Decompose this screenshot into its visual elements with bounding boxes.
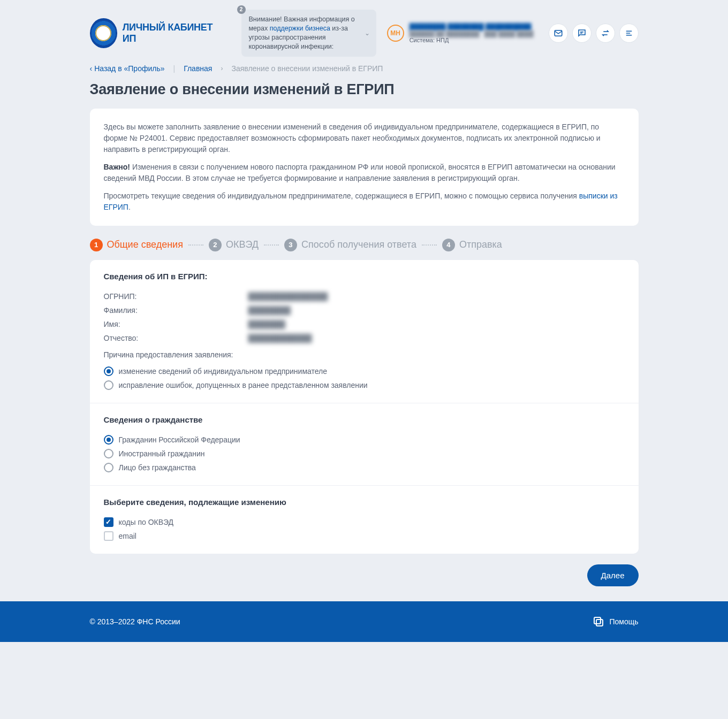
- chevron-left-icon: ‹: [90, 64, 93, 73]
- footer-copyright: © 2013–2022 ФНС России: [90, 617, 180, 626]
- user-block: МН ████████ ████████ ██████████ ██████ █…: [387, 23, 534, 43]
- notification-count-badge: 2: [237, 5, 246, 14]
- radio-citizen-rf[interactable]: Гражданин Российской Федерации: [104, 433, 625, 447]
- section-title: Сведения о гражданстве: [104, 415, 625, 424]
- chevron-down-icon[interactable]: ⌄: [365, 29, 370, 37]
- field-label-name: Имя:: [104, 320, 248, 328]
- radio-reason-change[interactable]: изменение сведений об индивидуальном пре…: [104, 364, 625, 378]
- step-divider: [188, 244, 203, 246]
- chat-icon[interactable]: [572, 24, 592, 43]
- radio-icon: [104, 435, 113, 445]
- section-title: Сведения об ИП в ЕГРИП:: [104, 272, 625, 281]
- mail-icon[interactable]: [549, 24, 568, 43]
- breadcrumb-separator: |: [173, 64, 176, 73]
- page-title: Заявление о внесении изменений в ЕГРИП: [90, 81, 639, 98]
- help-icon: ?: [592, 615, 605, 628]
- stepper: 1Общие сведения 2ОКВЭД 3Способ получения…: [90, 239, 639, 251]
- field-label-ogrnip: ОГРНИП:: [104, 292, 248, 301]
- field-value-ogrnip: ███████████████: [248, 292, 328, 301]
- checkbox-icon: [104, 531, 113, 541]
- step-divider: [264, 244, 279, 246]
- radio-citizen-none[interactable]: Лицо без гражданства: [104, 461, 625, 475]
- user-system-label: Система:: [410, 37, 436, 43]
- breadcrumb: ‹ Назад в «Профиль» | Главная › Заявлени…: [90, 63, 639, 81]
- info-p3: Просмотреть текущие сведения об индивиду…: [104, 190, 625, 213]
- info-p1: Здесь вы можете заполнить заявление о вн…: [104, 121, 625, 155]
- section-changes: Выберите сведения, подлежащие изменению …: [90, 486, 639, 554]
- actions: Далее: [90, 564, 639, 597]
- svg-text:?: ?: [599, 621, 602, 625]
- header: ЛИЧНЫЙ КАБИНЕТ ИП 2 Внимание! Важная инф…: [90, 0, 639, 63]
- user-name: ████████ ████████ ██████████: [410, 23, 534, 30]
- radio-icon: [104, 449, 113, 458]
- app-title: ЛИЧНЫЙ КАБИНЕТ ИП: [123, 22, 220, 44]
- user-system-value: НПД: [436, 37, 449, 43]
- notification-banner[interactable]: 2 Внимание! Важная информация о мерах по…: [241, 10, 376, 57]
- checkbox-icon: [104, 517, 113, 527]
- field-value-name: ███████: [248, 320, 285, 328]
- checkbox-okved[interactable]: коды по ОКВЭД: [104, 515, 625, 529]
- header-icons: [549, 24, 639, 43]
- step-response[interactable]: 3Способ получения ответа: [284, 239, 416, 251]
- next-button[interactable]: Далее: [587, 564, 639, 586]
- step-okved[interactable]: 2ОКВЭД: [209, 239, 259, 251]
- step-divider: [422, 244, 437, 246]
- step-send[interactable]: 4Отправка: [442, 239, 502, 251]
- breadcrumb-home[interactable]: Главная: [184, 64, 212, 73]
- field-value-patronymic: ████████████: [248, 334, 312, 342]
- section-citizenship: Сведения о гражданстве Гражданин Российс…: [90, 403, 639, 486]
- help-link[interactable]: ? Помощь: [592, 615, 638, 628]
- logo-block[interactable]: ЛИЧНЫЙ КАБИНЕТ ИП: [90, 18, 220, 48]
- radio-citizen-foreign[interactable]: Иностранный гражданин: [104, 447, 625, 461]
- section-title: Выберите сведения, подлежащие изменению: [104, 498, 625, 507]
- info-p2: Важно! Изменения в связи с получением но…: [104, 162, 625, 184]
- chevron-right-icon: ›: [221, 65, 223, 72]
- radio-icon: [104, 380, 113, 390]
- avatar[interactable]: МН: [387, 25, 404, 42]
- field-label-surname: Фамилия:: [104, 306, 248, 315]
- menu-icon[interactable]: [619, 24, 639, 43]
- info-card: Здесь вы можете заполнить заявление о вн…: [90, 109, 639, 226]
- reason-label: Причина предоставления заявления:: [104, 350, 625, 359]
- radio-icon: [104, 366, 113, 376]
- form-card: Сведения об ИП в ЕГРИП: ОГРНИП:█████████…: [90, 260, 639, 554]
- field-value-surname: ████████: [248, 306, 291, 315]
- logo-emblem-icon: [90, 18, 117, 48]
- back-link[interactable]: ‹ Назад в «Профиль»: [90, 64, 165, 73]
- user-subline: ██████ ██ ████████ · ███ ████ ████: [410, 30, 534, 37]
- radio-reason-fix[interactable]: исправление ошибок, допущенных в ранее п…: [104, 378, 625, 392]
- swap-icon[interactable]: [596, 24, 615, 43]
- section-ip-info: Сведения об ИП в ЕГРИП: ОГРНИП:█████████…: [90, 260, 639, 403]
- checkbox-email[interactable]: email: [104, 529, 625, 543]
- breadcrumb-current: Заявление о внесении изменений в ЕГРИП: [231, 64, 383, 73]
- field-label-patronymic: Отчество:: [104, 334, 248, 342]
- footer: © 2013–2022 ФНС России ? Помощь: [0, 601, 728, 642]
- step-general[interactable]: 1Общие сведения: [90, 239, 183, 251]
- radio-icon: [104, 463, 113, 472]
- notification-link[interactable]: поддержки бизнеса: [270, 25, 330, 32]
